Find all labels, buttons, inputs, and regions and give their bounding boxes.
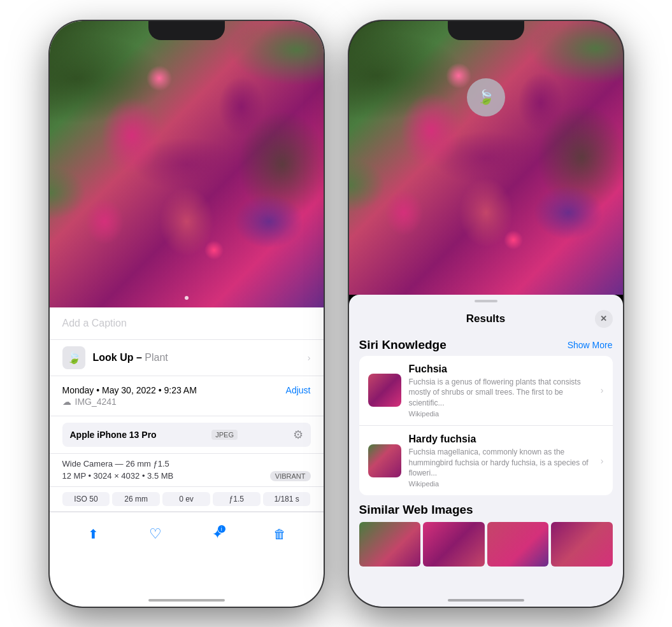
results-sheet: Results ✕ Siri Knowledge Show More [349, 295, 623, 607]
filename-row: ☁ IMG_4241 [62, 397, 311, 407]
camera-wide: Wide Camera — 26 mm ƒ1.5 [62, 459, 311, 468]
exif-aperture: ƒ1.5 [213, 492, 261, 506]
siri-leaf-icon: 🍃 [477, 89, 494, 106]
knowledge-card: Fuchsia Fuchsia is a genus of flowering … [359, 356, 613, 496]
home-indicator-2 [448, 599, 524, 602]
cloud-icon: ☁ [62, 397, 71, 407]
look-up-label: Look Up – Plant [93, 352, 168, 363]
caption-placeholder[interactable]: Add a Caption [62, 318, 127, 328]
device-name: Apple iPhone 13 Pro [70, 430, 157, 440]
home-indicator-1 [148, 599, 225, 602]
leaf-icon: 🍃 [67, 351, 81, 365]
device-section: Apple iPhone 13 Pro JPEG ⚙ [50, 416, 324, 454]
device-row: Apple iPhone 13 Pro JPEG ⚙ [62, 423, 311, 447]
notch-2 [448, 21, 524, 40]
delete-button[interactable]: 🗑 [267, 521, 292, 547]
siri-knowledge-header: Siri Knowledge Show More [349, 333, 623, 356]
look-up-chevron: › [308, 353, 311, 363]
share-button[interactable]: ⬆ [80, 521, 106, 547]
siri-visual-lookup-bubble[interactable]: 🍃 [467, 78, 505, 116]
camera-settings-icon[interactable]: ⚙ [293, 428, 303, 442]
screen-2: 🍃 Results ✕ Siri Knowledge Show More [349, 21, 623, 607]
similar-image-3[interactable] [487, 522, 549, 567]
close-button[interactable]: ✕ [595, 310, 613, 328]
camera-details: Wide Camera — 26 mm ƒ1.5 12 MP • 3024 × … [50, 454, 324, 487]
favorite-button[interactable]: ♡ [143, 521, 168, 547]
share-icon: ⬆ [88, 526, 99, 542]
results-title: Results [377, 313, 595, 325]
exif-shutter: 1/181 s [263, 492, 311, 506]
similar-image-1[interactable] [359, 522, 421, 567]
mp-row: 12 MP • 3024 × 4032 • 3.5 MB VIBRANT [62, 471, 311, 481]
siri-knowledge-title: Siri Knowledge [359, 338, 447, 352]
fuchsia-content: Fuchsia Fuchsia is a genus of flowering … [409, 363, 590, 418]
info-button[interactable]: ✦i [204, 521, 230, 547]
results-header: Results ✕ [349, 302, 623, 333]
format-badge: JPEG [211, 430, 238, 440]
similar-images-row [359, 522, 613, 567]
fuchsia-source: Wikipedia [409, 410, 590, 418]
exif-focal: 26 mm [112, 492, 160, 506]
date-text: Monday • May 30, 2022 • 9:23 AM [62, 385, 197, 395]
look-up-icon: 🍃 [62, 346, 85, 369]
similar-title: Similar Web Images [359, 503, 613, 517]
photo-area-2[interactable]: 🍃 [349, 21, 623, 295]
exif-ev: 0 ev [162, 492, 210, 506]
photo-dot [185, 296, 189, 300]
show-more-button[interactable]: Show More [568, 340, 613, 350]
fuchsia-description: Fuchsia is a genus of flowering plants t… [409, 377, 590, 409]
fuchsia-name: Fuchsia [409, 363, 590, 375]
fuchsia-item[interactable]: Fuchsia Fuchsia is a genus of flowering … [359, 356, 613, 426]
heart-icon: ♡ [149, 526, 162, 542]
screen-1: Add a Caption 🍃 Look Up – Plant › Monday… [50, 21, 324, 607]
vibrant-badge: VIBRANT [270, 471, 311, 481]
filename: IMG_4241 [75, 397, 117, 407]
similar-image-2[interactable] [423, 522, 485, 567]
look-up-row[interactable]: 🍃 Look Up – Plant › [50, 340, 324, 376]
photo-area[interactable] [50, 21, 324, 307]
phones-container: Add a Caption 🍃 Look Up – Plant › Monday… [50, 21, 623, 607]
phone-1: Add a Caption 🍃 Look Up – Plant › Monday… [50, 21, 324, 607]
notch-1 [148, 21, 225, 40]
caption-area[interactable]: Add a Caption [50, 307, 324, 340]
hardy-description: Fuchsia magellanica, commonly known as t… [409, 447, 590, 479]
hardy-name: Hardy fuchsia [409, 433, 590, 445]
hardy-source: Wikipedia [409, 480, 590, 488]
hardy-chevron: › [601, 456, 604, 466]
meta-section: Monday • May 30, 2022 • 9:23 AM Adjust ☁… [50, 376, 324, 416]
date-row: Monday • May 30, 2022 • 9:23 AM Adjust [62, 385, 311, 395]
hardy-content: Hardy fuchsia Fuchsia magellanica, commo… [409, 433, 590, 488]
hardy-fuchsia-item[interactable]: Hardy fuchsia Fuchsia magellanica, commo… [359, 426, 613, 495]
exif-iso: ISO 50 [62, 492, 110, 506]
mp-text: 12 MP • 3024 × 4032 • 3.5 MB [62, 471, 174, 481]
info-sparkle-icon: ✦i [212, 526, 223, 542]
similar-section: Similar Web Images [349, 495, 623, 572]
toolbar-1: ⬆ ♡ ✦i 🗑 [50, 512, 324, 563]
fuchsia-chevron: › [601, 385, 604, 395]
trash-icon: 🗑 [273, 527, 286, 542]
adjust-button[interactable]: Adjust [286, 385, 311, 395]
hardy-thumbnail [368, 444, 401, 477]
fuchsia-thumbnail [368, 374, 401, 407]
exif-row: ISO 50 26 mm 0 ev ƒ1.5 1/181 s [50, 487, 324, 512]
similar-image-4[interactable] [551, 522, 613, 567]
phone-2: 🍃 Results ✕ Siri Knowledge Show More [349, 21, 623, 607]
